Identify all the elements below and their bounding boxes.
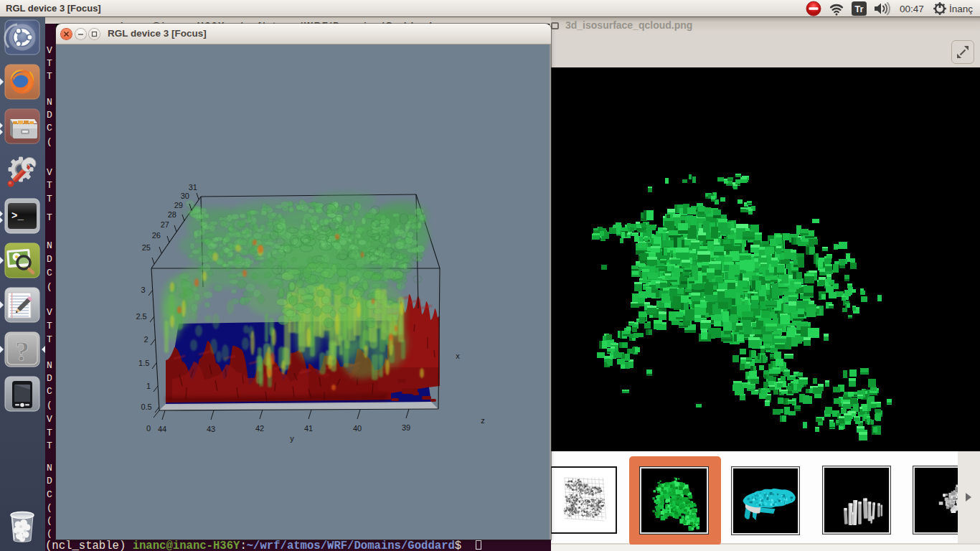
svg-text:>_: >_ (11, 210, 24, 222)
svg-text:31: 31 (189, 183, 197, 192)
svg-text:x: x (456, 352, 460, 360)
svg-text:29: 29 (174, 201, 183, 209)
svg-text:0.5: 0.5 (141, 402, 151, 411)
svg-text:1.5: 1.5 (138, 359, 149, 367)
svg-text:1: 1 (146, 382, 151, 390)
svg-text:42: 42 (255, 424, 264, 433)
svg-text:25: 25 (142, 243, 151, 252)
svg-text:28: 28 (168, 210, 176, 219)
svg-text:39: 39 (402, 423, 410, 432)
svg-text:44: 44 (158, 425, 166, 433)
svg-text:30: 30 (181, 192, 189, 200)
svg-text:27: 27 (161, 220, 169, 229)
svg-text:41: 41 (304, 424, 313, 433)
svg-text:?: ? (15, 335, 29, 367)
svg-text:3: 3 (141, 286, 146, 294)
svg-text:26: 26 (152, 231, 161, 240)
svg-text:00:47: 00:47 (900, 4, 924, 14)
svg-text:0: 0 (146, 424, 151, 433)
svg-text:İnanç: İnanç (949, 4, 973, 14)
svg-text:2: 2 (143, 335, 148, 344)
svg-text:43: 43 (207, 425, 215, 433)
svg-text:z: z (481, 416, 485, 425)
svg-text:2.5: 2.5 (136, 312, 146, 321)
svg-text:40: 40 (353, 424, 362, 433)
svg-text:y: y (290, 434, 294, 443)
svg-text:Tr: Tr (854, 4, 863, 14)
